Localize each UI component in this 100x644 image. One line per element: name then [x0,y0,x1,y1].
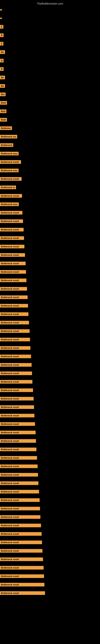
bar-label: E [0,42,3,46]
bar-label: Bottleneck result [0,236,24,240]
bar-label: Bottleneck re [0,186,16,189]
bar-label: Bottleneck result [0,431,36,434]
bars-container: EBEBoBBBoBoBotBottlBottBottlBottlenecBot… [0,6,100,598]
bar-label: Bottleneck result [0,532,42,536]
bar-label: Bottleneck [0,143,13,147]
bar-label: Bottleneck result [0,160,21,164]
bar-label: Bottleneck result [0,540,42,544]
bar-row: Bottleneck result [0,370,100,377]
bar-row: Bottleneck result [0,260,100,267]
bar-label: Bottl [0,101,7,105]
bar-row: Bottleneck res [0,133,100,140]
bar-row: E [0,40,100,48]
bar-row: Bottleneck [0,141,100,149]
bar-row: Bottleneck result [0,420,100,428]
bar-label: Bottleneck result [0,287,27,290]
bar-label: Bo [0,76,5,79]
bar-row: Bottleneck result [0,352,100,360]
bar-row: Bo [0,48,100,56]
bar-label: Bottleneck result [0,397,34,400]
bar-label: Bottleneck result [0,194,22,198]
bar-label: Bottleneck result [0,464,38,468]
bar-label: B [0,34,3,37]
bar-row: Bottlenec [0,124,100,132]
bar-label: Bottleneck result [0,414,34,418]
bar-label: Bottleneck result [0,329,30,333]
bar-label: Bottleneck result [0,549,42,553]
bar-label: Bottlenec [0,126,12,130]
bar-row: Bottleneck result [0,226,100,234]
bar-row: Bottleneck result [0,378,100,386]
bar-row: Bottleneck resu [0,200,100,208]
bar-label: E [0,25,3,28]
bar-label: Bottleneck result [0,498,40,502]
bar-label: B [0,67,3,71]
bar-label [0,18,2,19]
bar-row: Bottleneck result [0,538,100,546]
bar-row: Bottleneck result [0,285,100,292]
bar-row: Bottleneck result [0,327,100,335]
bar-row: Bottleneck result [0,488,100,496]
bar-label: Bottleneck result [0,473,38,476]
bar-label: Bottleneck resu [0,202,19,206]
bar-row: Bottleneck result [0,581,100,588]
bar-label: Bottleneck result [0,372,32,375]
bar-label: Bottleneck result [0,405,34,409]
bar-label: Bottleneck result [0,363,32,367]
bar-row: Bottleneck result [0,361,100,369]
bar-row: Bottleneck result [0,429,100,436]
bar-row: Bottleneck result [0,412,100,420]
bar-row: Bo [0,82,100,90]
bar-row: Bottleneck result [0,344,100,352]
bar-label: Bottl [0,118,7,122]
bar-label: Bottleneck result [0,278,26,282]
bar-row: Bottl [0,99,100,107]
bar-label: Bottleneck result [0,448,36,451]
bar-row [0,6,100,14]
bar-row: B [0,65,100,73]
bar-row: Bottleneck result [0,234,100,242]
bar-row: Bottleneck result [0,192,100,200]
bar-label: Bottleneck result [0,346,30,350]
bar-row: Bottleneck result [0,268,100,276]
bar-row: Bottleneck result [0,336,100,343]
bar-row: Bottleneck result [0,522,100,529]
bar-row: Bottleneck result [0,437,100,445]
bar-row: Bottleneck result [0,319,100,326]
bar-label: Bot [0,92,6,96]
bar-label: Bottleneck result [0,253,25,257]
bar-label: Bo [0,50,5,54]
bar-row: Bottleneck result [0,403,100,411]
bar-row: Bottleneck result [0,556,100,563]
bar-label: Bottleneck result [0,219,23,223]
bar-label: Bottleneck result [0,304,28,308]
bar-label: Bott [0,110,6,113]
bar-row: Bottleneck result [0,209,100,216]
bar-label: Bottleneck result [0,321,29,324]
bar-label: Bottleneck result [0,482,38,485]
bar-label: Bottleneck result [0,262,26,265]
bar-row: Bottl [0,116,100,124]
bar-label: Bottleneck result [0,245,24,248]
bar-label [0,9,2,10]
bar-row [0,14,100,22]
bar-row: Bottleneck result [0,158,100,166]
bar-row: Bott [0,108,100,115]
bar-row: Bottleneck result [0,480,100,487]
bar-row: Bottleneck result [0,547,100,555]
bar-label: Bottleneck result [0,566,44,570]
bar-label: Bottleneck result [0,456,37,460]
bar-row: Bottleneck result [0,454,100,462]
bar-label: Bottleneck result [0,380,32,384]
bar-row: Bottleneck result [0,294,100,301]
bar-label: Bottleneck result [0,439,36,443]
bar-label: Bottleneck result [0,354,31,358]
bar-label: Bottleneck resu [0,152,19,155]
bar-row: Bottleneck result [0,572,100,580]
bar-label: Bottleneck result [0,583,44,586]
bar-label: B [0,59,3,62]
bar-label: Bottleneck result [0,558,43,561]
bar-row: Bottleneck re [0,184,100,191]
bar-row: Bottleneck result [0,175,100,183]
bar-label: Bottleneck result [0,490,39,494]
